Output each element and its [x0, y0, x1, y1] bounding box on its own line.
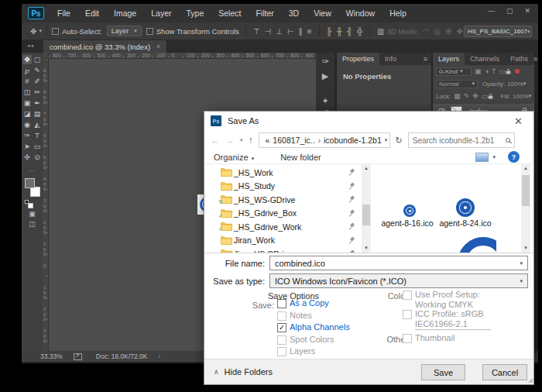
align-icon-3[interactable]: ⊥ — [276, 27, 283, 36]
filter-icon-3[interactable]: T — [492, 67, 496, 75]
dialog-title-bar[interactable]: Ps Save As ✕ — [204, 112, 533, 130]
breadcrumb-segment[interactable]: icobundle-1.2b1 — [324, 136, 382, 145]
quick-select-tool-icon[interactable]: ✎ — [33, 66, 42, 75]
filter-icon-1[interactable]: ▣ — [475, 67, 482, 75]
file-item-partial[interactable] — [453, 233, 496, 253]
menu-type[interactable]: Type — [186, 9, 204, 18]
align-icon-3[interactable]: ≡ — [307, 27, 312, 36]
help-icon[interactable]: ? — [508, 151, 520, 163]
blur-tool-icon[interactable]: ◉ — [22, 120, 32, 129]
healing-brush-tool-icon[interactable]: ◫ — [22, 88, 32, 97]
panel-menu-icon[interactable]: ≡ — [533, 55, 537, 63]
adjustments-panel-icon[interactable]: ✦ — [321, 96, 328, 105]
filter-icon-2[interactable]: ◑ — [485, 67, 489, 75]
scroll-down-icon[interactable]: ▼ — [521, 244, 530, 253]
minimize-icon[interactable]: — — [488, 7, 495, 15]
folder-item[interactable]: Jiran_Work — [204, 234, 362, 247]
3d-mode-icon-4[interactable]: ✥ — [456, 27, 462, 36]
shape-tool-icon[interactable]: ▭ — [33, 142, 42, 151]
align-icon-1[interactable]: ⊢ — [287, 27, 294, 36]
align-icon-2[interactable]: ⊣ — [265, 27, 272, 36]
brush-tool-icon[interactable]: ✏ — [33, 88, 42, 97]
chevron-down-icon[interactable]: ▾ — [385, 137, 388, 143]
show-transform-checkbox[interactable] — [146, 28, 153, 35]
menu-image[interactable]: Image — [114, 9, 136, 18]
menu-3d[interactable]: 3D — [289, 9, 299, 18]
up-icon[interactable]: ↑ — [249, 135, 253, 146]
folder-item[interactable]: ✓Jiran HS GDrive — [204, 247, 362, 253]
blend-mode-dropdown[interactable]: Normal ▾ — [436, 80, 478, 88]
quick-mask-icon[interactable]: ▣ — [22, 209, 43, 219]
chevron-down-icon[interactable]: ▾ — [492, 154, 496, 160]
menu-filter[interactable]: Filter — [256, 9, 273, 18]
save-option-checkbox[interactable] — [277, 323, 286, 332]
folder-item[interactable]: ✓_HS_Gdrive_Box — [204, 207, 362, 220]
save-option-checkbox[interactable] — [277, 299, 286, 308]
align-icon-2[interactable]: ∥ — [299, 27, 303, 36]
distribute-icon-4[interactable]: ╬ — [357, 27, 362, 36]
eraser-tool-icon[interactable]: ◪ — [22, 109, 32, 119]
type-tool-icon[interactable]: T — [33, 131, 42, 140]
distribute-icon-3[interactable]: ╢ — [347, 27, 352, 36]
nav-pane-scrollbar[interactable]: ▲ ▼ — [362, 164, 371, 253]
file-pane-scrollbar[interactable]: ▲ ▼ — [521, 164, 530, 253]
3d-mode-icon-2[interactable]: ◎ — [434, 27, 441, 36]
history-brush-tool-icon[interactable]: ✒ — [33, 98, 42, 108]
brush-settings-panel-icon[interactable]: ✑ — [321, 57, 328, 66]
default-colors-icon[interactable] — [25, 200, 29, 204]
auto-align-icon[interactable]: ▥ — [377, 27, 384, 36]
tab-channels[interactable]: Channels — [465, 53, 505, 65]
distribute-icon-1[interactable]: ╟ — [327, 27, 332, 36]
filter-toggle-icon[interactable] — [515, 69, 520, 74]
collapse-panels-icon[interactable]: ◂◂ — [27, 43, 34, 49]
scrollbar-thumb[interactable] — [362, 205, 370, 225]
chevron-down-icon[interactable]: ▾ — [520, 260, 523, 266]
panel-menu-icon[interactable]: ≡ — [424, 55, 427, 63]
gradient-tool-icon[interactable]: ▤ — [33, 109, 42, 119]
tab-close-icon[interactable]: × — [156, 43, 160, 50]
folder-item[interactable]: ✓_HS_Gdrive_Work — [204, 220, 362, 233]
menu-window[interactable]: Window — [346, 9, 375, 18]
view-mode-icon[interactable] — [475, 153, 489, 162]
new-folder-button[interactable]: New folder — [280, 153, 321, 162]
tab-properties[interactable]: Properties — [337, 53, 379, 65]
hide-folders-button[interactable]: ∧ Hide Folders — [214, 367, 273, 377]
address-bar[interactable]: « 160817_ic.. › icobundle-1.2b1 ▾ — [259, 132, 390, 148]
dodge-tool-icon[interactable]: ◭ — [33, 120, 42, 129]
eyedropper-tool-icon[interactable]: ✐ — [33, 77, 42, 86]
scroll-down-icon[interactable]: ▼ — [362, 244, 371, 253]
save-button[interactable]: Save — [421, 364, 465, 380]
opacity-value[interactable]: 100% — [507, 81, 523, 88]
breadcrumb-segment[interactable]: 160817_ic.. — [273, 136, 314, 145]
refresh-icon[interactable]: ↻ — [396, 136, 403, 146]
distribute-icon-2[interactable]: ╫ — [337, 27, 342, 36]
file-name-input[interactable]: combined.ico ▾ — [269, 256, 528, 270]
move-tool-icon[interactable]: ✥ — [30, 27, 36, 36]
auto-select-checkbox[interactable] — [52, 28, 59, 35]
lock-all-icon[interactable] — [489, 96, 493, 99]
menu-help[interactable]: Help — [389, 9, 406, 18]
lock-icon-2[interactable]: ✎ — [464, 92, 470, 100]
lasso-tool-icon[interactable]: ℘ — [22, 66, 32, 75]
scroll-up-icon[interactable]: ▲ — [521, 164, 530, 173]
cancel-button[interactable]: Cancel — [482, 364, 527, 380]
screen-mode-icon[interactable]: ◫ — [22, 219, 43, 229]
menu-layer[interactable]: Layer — [151, 9, 171, 18]
lock-filter-icon[interactable] — [506, 71, 511, 74]
document-tab[interactable]: combined.ico @ 33.3% (Index) × — [43, 40, 167, 53]
recent-locations-icon[interactable]: ▾ — [240, 137, 243, 143]
folder-item[interactable]: _HS_Work — [204, 166, 362, 179]
marquee-tool-icon[interactable]: ▢ — [33, 55, 42, 64]
dialog-close-icon[interactable]: ✕ — [509, 115, 527, 127]
foreground-color-swatch[interactable] — [25, 178, 35, 188]
crop-tool-icon[interactable]: # — [22, 77, 32, 86]
layer-filter-dropdown[interactable]: Kind ▾ — [436, 67, 472, 76]
hand-tool-icon[interactable]: ✣ — [22, 153, 32, 162]
close-icon[interactable]: ✕ — [524, 7, 530, 15]
3d-mode-icon-1[interactable]: ◠ — [423, 27, 430, 36]
forward-icon[interactable]: → — [225, 135, 235, 146]
folder-item[interactable]: _HS_Study — [204, 180, 362, 193]
scroll-up-icon[interactable]: ▲ — [362, 164, 371, 173]
organize-button[interactable]: Organize▾ — [214, 153, 254, 162]
auto-select-dropdown[interactable]: Layer ▾ — [107, 26, 142, 36]
